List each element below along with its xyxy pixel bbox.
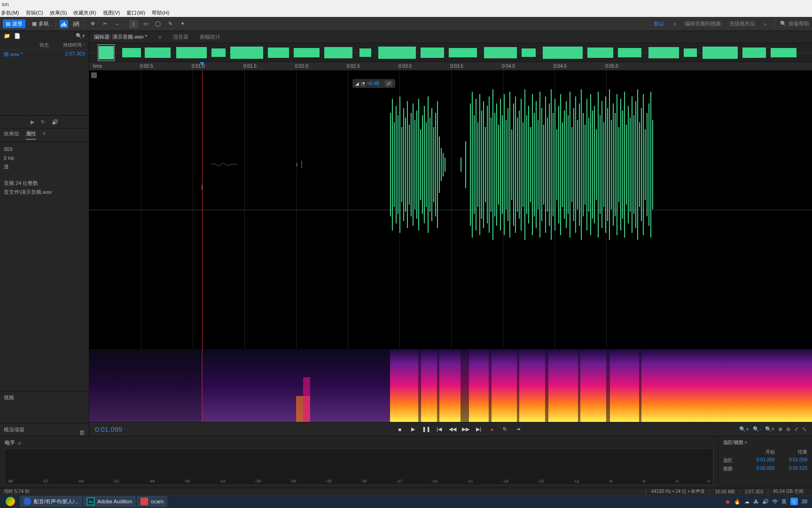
go-end-button[interactable]: ▶| xyxy=(475,425,483,434)
spectral-pitch-icon[interactable] xyxy=(72,20,80,28)
playhead-line[interactable] xyxy=(202,71,203,349)
menu-favorites[interactable]: 收藏夹(R) xyxy=(73,9,96,16)
record-icon[interactable]: 📄 xyxy=(14,33,21,39)
start-button[interactable] xyxy=(2,496,19,507)
workspace-radio[interactable]: 无线电作品 xyxy=(729,20,755,27)
loop-button[interactable]: ↻ xyxy=(501,425,509,434)
zoom-sel-in-icon[interactable]: ⤢ xyxy=(794,426,798,432)
editor-tab-mixer[interactable]: 混音器 xyxy=(173,33,188,40)
taskbar-app-ocam[interactable]: ocam xyxy=(137,496,167,507)
help-search[interactable]: 🔍 搜索帮助 xyxy=(775,20,809,27)
taskbar-app-audition[interactable]: Au Adobe Audition xyxy=(83,496,136,507)
editor-tab-amp[interactable]: 振幅统计 xyxy=(200,33,220,40)
tray-volume-icon[interactable]: 🔊 xyxy=(762,499,769,505)
tray-lang[interactable]: 英 xyxy=(781,498,787,505)
view-end[interactable]: 0:05.526 xyxy=(780,466,808,472)
skip-silence-button[interactable]: ⇥ xyxy=(514,425,523,434)
tray-time[interactable]: 20 xyxy=(802,499,807,504)
play-mini-icon[interactable]: ▶ xyxy=(31,119,34,125)
taskbar-label: 配音/有声书/新人/... xyxy=(34,498,78,505)
zoom-sel-out-icon[interactable]: ⤡ xyxy=(802,426,806,432)
svg-rect-49 xyxy=(424,106,425,223)
svg-rect-0 xyxy=(61,24,62,26)
zoom-out-v-icon[interactable]: ⊖ xyxy=(786,426,790,432)
menu-multitrack[interactable]: 多轨(M) xyxy=(1,9,19,16)
rewind-button[interactable]: ◀◀ xyxy=(448,425,457,434)
tab-menu-icon[interactable]: ≡ xyxy=(158,34,161,40)
stop-button[interactable]: ■ xyxy=(396,425,404,434)
svg-rect-136 xyxy=(607,108,608,221)
editor-tab-file[interactable]: 编辑器: 演示音频.wav * xyxy=(94,33,147,40)
tray-cloud-icon[interactable]: ☁ xyxy=(744,499,750,505)
panel-menu-icon[interactable]: ≡ xyxy=(18,440,21,446)
hud-volume[interactable]: ◢ ◔ +0 dB ⤢ xyxy=(352,79,395,88)
view-start[interactable]: 0:00.000 xyxy=(747,466,775,472)
loop-mini-icon[interactable]: ↻ xyxy=(41,119,45,125)
marquee-tool-icon[interactable]: ▭ xyxy=(141,20,150,28)
tray-app-icon[interactable]: 🔥 xyxy=(734,499,741,505)
workspace-menu-icon[interactable]: ≡ xyxy=(673,21,676,27)
menu-help[interactable]: 帮助(H) xyxy=(152,9,169,16)
trash-icon[interactable]: 🗑 xyxy=(79,429,85,436)
tab-effects[interactable]: 效果组 xyxy=(4,130,19,140)
current-time[interactable]: 0:01.099 xyxy=(89,425,179,433)
sel-start[interactable]: 0:01.099 xyxy=(747,457,775,464)
mode-waveform[interactable]: ▤波形 xyxy=(3,19,25,28)
level-meter[interactable]: dB-57-54 -51-48-45 -42-39-36 -33-30-27 -… xyxy=(5,448,713,485)
play-button[interactable]: ▶ xyxy=(409,425,417,434)
spectrogram-display[interactable] xyxy=(89,349,812,422)
tab-properties[interactable]: 属性 xyxy=(26,130,36,140)
svg-rect-102 xyxy=(543,125,544,205)
zoom-in-v-icon[interactable]: ⊕ xyxy=(778,426,782,432)
brush-tool-icon[interactable]: ✎ xyxy=(166,20,174,28)
tray-record-icon[interactable]: ◉ xyxy=(726,499,730,505)
taskbar-app-1[interactable]: 配音/有声书/新人/... xyxy=(20,496,82,507)
pause-button[interactable]: ❚❚ xyxy=(422,425,430,434)
workspace-audio-video[interactable]: 编辑音频到视频 xyxy=(685,20,721,27)
svg-rect-96 xyxy=(532,94,533,235)
spectral-freq-icon[interactable] xyxy=(60,20,68,28)
slip-tool-icon[interactable]: ↔ xyxy=(113,20,121,28)
zoom-out-h-icon[interactable]: 🔍- xyxy=(753,426,761,432)
filter-icon[interactable]: 🔍▾ xyxy=(76,33,85,39)
col-status[interactable]: 状态 xyxy=(39,42,63,48)
svg-rect-155 xyxy=(643,94,644,235)
time-ruler[interactable]: hms 0:00.5 0:01.0 0:01.5 0:02.0 0:02.5 0… xyxy=(89,62,812,71)
record-button[interactable]: ● xyxy=(488,425,496,434)
sel-end[interactable]: 0:01.099 xyxy=(780,457,808,464)
lasso-tool-icon[interactable]: ◯ xyxy=(154,20,162,28)
move-tool-icon[interactable]: ✥ xyxy=(88,20,97,28)
menu-view[interactable]: 视图(V) xyxy=(103,9,120,16)
tray-extra-icon[interactable]: Q xyxy=(790,498,798,505)
workspace-default[interactable]: 默认 xyxy=(654,20,664,27)
go-start-button[interactable]: |◀ xyxy=(435,425,444,434)
forward-button[interactable]: ▶▶ xyxy=(461,425,470,434)
playhead-marker-icon[interactable] xyxy=(200,62,204,67)
tab-menu-icon[interactable]: ≡ xyxy=(43,130,46,140)
menu-clip[interactable]: 剪辑(C) xyxy=(26,9,43,16)
menu-effects[interactable]: 效果(S) xyxy=(50,9,67,16)
waveform-display[interactable]: ◢ ◔ +0 dB ⤢ I xyxy=(89,71,812,349)
import-icon[interactable]: 📁 xyxy=(4,33,10,39)
properties-body: 303 0 Hz 道 音频 24 位整数 音文件\演示音频.wav xyxy=(0,142,89,391)
mode-multitrack[interactable]: ▦多轨 xyxy=(29,19,52,28)
menu-window[interactable]: 窗口(W) xyxy=(126,9,145,16)
audition-icon: Au xyxy=(87,498,94,505)
video-section[interactable]: 视频 xyxy=(0,391,89,404)
auto-play-icon[interactable]: 🔊 xyxy=(52,119,58,125)
hud-pin-icon[interactable]: ⤢ xyxy=(385,80,392,87)
panel-menu-icon[interactable]: ≡ xyxy=(745,440,748,445)
overview-view-region[interactable] xyxy=(98,44,115,61)
tray-network-icon[interactable]: 🖧 xyxy=(753,499,758,504)
file-row[interactable]: 频.wav * 2:07.303 xyxy=(0,50,89,59)
compressor-section[interactable]: 模压缩器 xyxy=(0,423,89,436)
zoom-reset-icon[interactable]: 🔍= xyxy=(765,426,774,432)
zoom-in-h-icon[interactable]: 🔍+ xyxy=(739,426,749,432)
workspace-more-icon[interactable]: » xyxy=(764,21,766,27)
tray-ime[interactable]: 中 xyxy=(773,498,778,505)
col-duration[interactable]: 持续时间 xyxy=(63,42,82,48)
razor-tool-icon[interactable]: ✂ xyxy=(101,20,109,28)
spot-heal-icon[interactable]: ✦ xyxy=(178,20,187,28)
time-selection-icon[interactable]: I xyxy=(129,20,138,28)
overview-waveform[interactable] xyxy=(89,43,812,62)
